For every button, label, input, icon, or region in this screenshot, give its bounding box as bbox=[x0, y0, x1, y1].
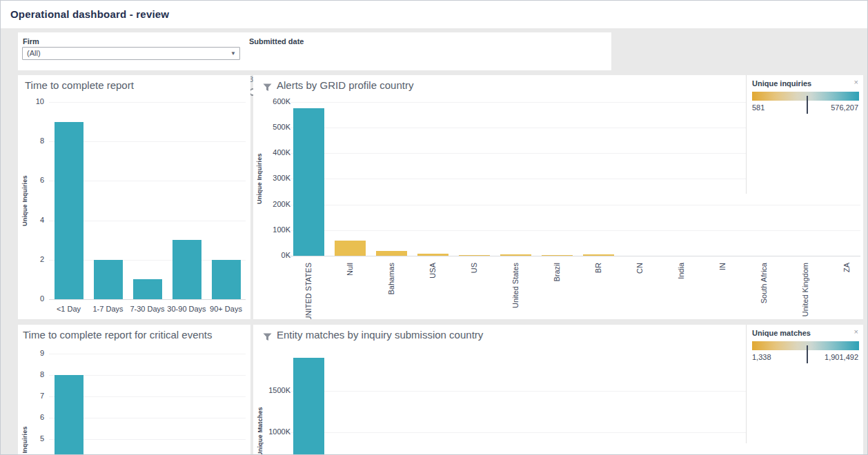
bar-chart-critical-events: 56789 bbox=[18, 325, 250, 455]
y-tick-label: 8 bbox=[18, 136, 44, 145]
bar[interactable] bbox=[212, 260, 241, 299]
y-tick-label: 200K bbox=[253, 200, 290, 208]
bar[interactable] bbox=[335, 241, 366, 256]
y-tick-label: 1000K bbox=[253, 427, 290, 436]
bar[interactable] bbox=[172, 240, 201, 299]
firm-dropdown-value: (All) bbox=[27, 48, 41, 59]
gradient-midpoint-tick bbox=[807, 345, 808, 363]
x-category-label: United States bbox=[511, 263, 520, 319]
bar[interactable] bbox=[293, 108, 324, 256]
x-category-label: United Kingdom bbox=[801, 263, 810, 319]
bar[interactable] bbox=[583, 254, 614, 256]
legend-min-value: 581 bbox=[752, 103, 765, 112]
x-category-label: USA bbox=[428, 263, 437, 319]
legend-title: Unique inquiries bbox=[752, 79, 811, 88]
color-gradient-bar bbox=[752, 341, 859, 350]
x-category-label: Bahamas bbox=[387, 263, 396, 319]
color-gradient-bar bbox=[752, 92, 859, 101]
title-bar: Operational dashboard - review bbox=[1, 1, 867, 28]
y-tick-label: 8 bbox=[18, 370, 44, 378]
grid-line bbox=[49, 354, 246, 354]
bar[interactable] bbox=[94, 260, 123, 299]
x-category-label: 30-90 Days bbox=[167, 305, 206, 313]
x-category-label: Brazil bbox=[553, 263, 562, 319]
chart-card-entity-matches: Entity matches by inquiry submission cou… bbox=[253, 325, 863, 455]
bar[interactable] bbox=[376, 251, 407, 256]
x-category-label: <1 Day bbox=[49, 305, 88, 313]
dashboard-screen: Operational dashboard - review Firm (All… bbox=[0, 0, 868, 455]
chart-card-critical-events: Time to complete report for critical eve… bbox=[18, 325, 250, 455]
filter-panel: Firm (All) ▼ Submitted date 3/21/2015 2/… bbox=[18, 32, 611, 70]
x-category-label: Null bbox=[346, 263, 355, 319]
grid-line bbox=[288, 230, 860, 231]
gradient-midpoint-tick bbox=[807, 96, 808, 114]
x-category-label: UNITED STATES bbox=[304, 263, 313, 319]
bar[interactable] bbox=[459, 255, 490, 256]
x-category-label: India bbox=[677, 263, 686, 319]
x-category-label: IN bbox=[718, 263, 727, 319]
bar[interactable] bbox=[542, 255, 573, 256]
y-tick-label: 300K bbox=[253, 174, 290, 182]
firm-filter-label: Firm bbox=[23, 37, 39, 46]
x-category-label: CN bbox=[635, 263, 644, 319]
x-category-label: US bbox=[470, 263, 479, 319]
x-category-label: 7-30 Days bbox=[128, 305, 167, 313]
chart-card-time-to-complete: Time to complete report Unique Inquiries… bbox=[18, 75, 250, 319]
y-tick-label: 0K bbox=[253, 251, 290, 259]
y-tick-label: 5 bbox=[18, 434, 44, 443]
legend-max-value: 1,901,492 bbox=[825, 353, 858, 361]
chart-card-alerts-by-country: Alerts by GRID profile country Unique In… bbox=[253, 75, 863, 319]
bar[interactable] bbox=[293, 358, 324, 455]
bar[interactable] bbox=[500, 254, 531, 256]
firm-dropdown[interactable]: (All) ▼ bbox=[22, 47, 240, 60]
bar[interactable] bbox=[55, 122, 83, 299]
grid-line bbox=[49, 102, 246, 103]
x-category-label: 90+ Days bbox=[206, 305, 246, 313]
legend-title: Unique matches bbox=[752, 329, 811, 337]
x-category-label: ZA bbox=[842, 263, 851, 319]
legend-unique-inquiries: Unique inquiries × 581 576,207 bbox=[746, 75, 863, 194]
bar[interactable] bbox=[417, 254, 448, 256]
close-icon[interactable]: × bbox=[854, 78, 858, 86]
chevron-down-icon: ▼ bbox=[230, 48, 236, 59]
close-icon[interactable]: × bbox=[854, 327, 858, 336]
x-category-label: 1-7 Days bbox=[88, 305, 128, 313]
y-tick-label: 6 bbox=[18, 176, 44, 184]
bar-chart-time-to-complete: 0246810<1 Day1-7 Days7-30 Days30-90 Days… bbox=[18, 75, 250, 319]
legend-max-value: 576,207 bbox=[831, 103, 858, 112]
y-tick-label: 4 bbox=[18, 216, 44, 224]
y-tick-label: 500K bbox=[253, 123, 290, 131]
y-tick-label: 600K bbox=[253, 97, 290, 105]
y-tick-label: 9 bbox=[18, 349, 44, 357]
y-tick-label: 400K bbox=[253, 148, 290, 156]
y-tick-label: 100K bbox=[253, 225, 290, 234]
x-category-label: BR bbox=[594, 263, 603, 319]
y-tick-label: 7 bbox=[18, 392, 44, 400]
x-axis-line bbox=[49, 299, 246, 300]
y-tick-label: 6 bbox=[18, 413, 44, 421]
x-axis-line bbox=[288, 256, 860, 256]
legend-min-value: 1,338 bbox=[752, 353, 771, 361]
page-title: Operational dashboard - review bbox=[10, 1, 169, 28]
legend-unique-matches: Unique matches × 1,338 1,901,492 bbox=[746, 325, 863, 443]
bar[interactable] bbox=[133, 279, 162, 299]
y-tick-label: 10 bbox=[18, 97, 44, 105]
y-tick-label: 1500K bbox=[253, 386, 290, 394]
bar[interactable] bbox=[55, 375, 83, 455]
y-tick-label: 0 bbox=[18, 294, 44, 303]
submitted-date-label: Submitted date bbox=[249, 37, 304, 46]
grid-line bbox=[288, 205, 860, 205]
y-tick-label: 2 bbox=[18, 255, 44, 263]
x-category-label: South Africa bbox=[760, 263, 769, 319]
